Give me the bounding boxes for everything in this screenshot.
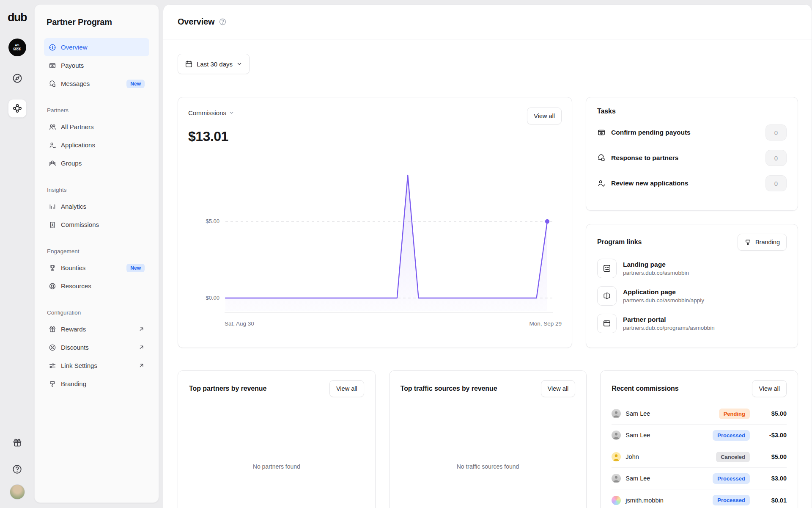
commission-row[interactable]: Sam Lee Processed -$3.00	[612, 425, 787, 446]
avatar	[612, 409, 621, 418]
chart-plot-area[interactable]	[225, 155, 553, 315]
y-axis-tick: $0.00	[206, 295, 219, 301]
section-title-partners: Partners	[47, 107, 149, 113]
commission-row[interactable]: Sam Lee Processed $3.00	[612, 468, 787, 489]
nav-label: Branding	[61, 380, 86, 387]
paint-roller-icon	[744, 239, 752, 246]
compass-icon[interactable]	[8, 69, 27, 88]
page-title: Overview	[178, 17, 214, 27]
sidebar-item-link-settings[interactable]: Link Settings	[44, 356, 149, 375]
commissions-view-all-button[interactable]: View all	[527, 108, 562, 124]
top-traffic-title: Top traffic sources by revenue	[401, 385, 497, 392]
nav-label: Applications	[61, 141, 95, 149]
link-landing-page[interactable]: Landing page partners.dub.co/asmobbin	[597, 259, 787, 278]
commissions-card: Commissions View all $13.01 $5.00$0.00 S…	[178, 97, 572, 348]
main-panel: Overview Last 30 days Commissions View a…	[163, 4, 812, 508]
sidebar-item-rewards[interactable]: Rewards	[44, 320, 149, 338]
page-help-icon[interactable]	[219, 18, 227, 26]
sidebar-item-messages[interactable]: Messages New	[44, 75, 149, 93]
help-icon[interactable]	[8, 460, 27, 478]
task-response-to-partners[interactable]: Response to partners 0	[597, 150, 787, 166]
x-axis-start-label: Sat, Aug 30	[225, 320, 254, 327]
task-confirm-pending-payouts[interactable]: Confirm pending payouts 0	[597, 124, 787, 141]
task-count-badge: 0	[765, 150, 787, 166]
section-title-configuration: Configuration	[47, 309, 149, 316]
sidebar-item-resources[interactable]: Resources	[44, 277, 149, 295]
tasks-card: Tasks Confirm pending payouts 0 Response…	[586, 97, 798, 211]
sidebar-item-all-partners[interactable]: All Partners	[44, 118, 149, 136]
user-check-icon	[597, 179, 606, 188]
avatar	[612, 431, 621, 440]
chevron-down-icon	[229, 110, 234, 116]
top-traffic-view-all-button[interactable]: View all	[541, 380, 576, 397]
nav-label: Resources	[61, 282, 91, 290]
task-review-new-applications[interactable]: Review new applications 0	[597, 175, 787, 191]
workspace-avatar[interactable]: AS MOB	[8, 39, 26, 56]
section-title-engagement: Engagement	[47, 248, 149, 254]
commission-row[interactable]: John Canceled $5.00	[612, 446, 787, 468]
commissions-total: $13.01	[188, 129, 562, 144]
external-link-icon	[138, 344, 145, 351]
main-header: Overview	[163, 5, 812, 39]
nav-label: Rewards	[61, 326, 86, 333]
nav-label: Payouts	[61, 62, 84, 69]
status-badge: Processed	[713, 430, 750, 441]
recent-commissions-view-all-button[interactable]: View all	[752, 380, 787, 397]
sidebar-title: Partner Program	[47, 17, 149, 27]
sidebar-item-commissions[interactable]: $ Commissions	[44, 215, 149, 234]
link-partner-portal[interactable]: Partner portal partners.dub.co/programs/…	[597, 314, 787, 333]
empty-state-text: No partners found	[178, 463, 375, 470]
sidebar-item-branding[interactable]: Branding	[44, 375, 149, 393]
sidebar-item-analytics[interactable]: Analytics	[44, 197, 149, 215]
status-badge: Processed	[713, 495, 750, 505]
sidebar-item-overview[interactable]: Overview	[44, 38, 149, 56]
sidebar-item-groups[interactable]: Groups	[44, 154, 149, 172]
chart-x-axis: Sat, Aug 30 Mon, Sep 29	[225, 320, 562, 327]
commission-row[interactable]: Sam Lee Pending $5.00	[612, 403, 787, 425]
metric-selector[interactable]: Commissions	[188, 108, 234, 116]
top-partners-card: Top partners by revenue View all No part…	[178, 370, 376, 508]
tasks-title: Tasks	[597, 108, 787, 115]
svg-text:$: $	[52, 222, 54, 226]
external-link-icon	[138, 326, 145, 332]
nav-label: Groups	[61, 160, 82, 167]
form-input-icon	[597, 286, 617, 306]
recent-commissions-card: Recent commissions View all Sam Lee Pend…	[600, 370, 798, 508]
task-count-badge: 0	[765, 175, 787, 191]
nav-label: Messages	[61, 80, 90, 87]
top-partners-title: Top partners by revenue	[189, 385, 266, 392]
sidebar-item-bounties[interactable]: Bounties New	[44, 259, 149, 277]
nav-label: Link Settings	[61, 362, 97, 369]
gift-icon[interactable]	[8, 433, 27, 452]
commission-row[interactable]: jsmith.mobbin Processed $0.01	[612, 489, 787, 508]
date-range-filter[interactable]: Last 30 days	[178, 54, 250, 74]
sidebar: Partner Program Overview Payouts Message…	[34, 4, 159, 503]
avatar	[612, 452, 621, 461]
top-traffic-sources-card: Top traffic sources by revenue View all …	[389, 370, 587, 508]
recent-commissions-title: Recent commissions	[612, 385, 678, 392]
nav-label: All Partners	[61, 123, 94, 130]
program-links-title: Program links	[597, 238, 642, 246]
x-axis-end-label: Mon, Sep 29	[529, 320, 562, 327]
chart-y-axis: $5.00$0.00	[188, 155, 225, 317]
dub-logo: dub	[8, 11, 27, 24]
sidebar-item-payouts[interactable]: Payouts	[44, 56, 149, 75]
partner-program-icon[interactable]	[8, 99, 27, 118]
chat-icon	[597, 154, 606, 162]
user-avatar[interactable]	[10, 484, 25, 500]
y-axis-tick: $5.00	[206, 218, 219, 224]
empty-state-text: No traffic sources found	[390, 463, 587, 470]
sidebar-item-discounts[interactable]: Discounts	[44, 338, 149, 356]
program-links-card: Program links Branding Landing page part…	[586, 224, 798, 348]
status-badge: Pending	[719, 409, 750, 419]
branding-button[interactable]: Branding	[738, 234, 787, 251]
chevron-down-icon	[236, 61, 242, 67]
calendar-icon	[185, 60, 193, 68]
new-badge: New	[126, 264, 145, 272]
nav-label: Discounts	[61, 344, 89, 351]
nav-label: Overview	[61, 44, 88, 51]
sidebar-item-applications[interactable]: Applications	[44, 136, 149, 154]
nav-label: Commissions	[61, 221, 99, 228]
top-partners-view-all-button[interactable]: View all	[329, 380, 364, 397]
link-application-page[interactable]: Application page partners.dub.co/asmobbi…	[597, 286, 787, 306]
